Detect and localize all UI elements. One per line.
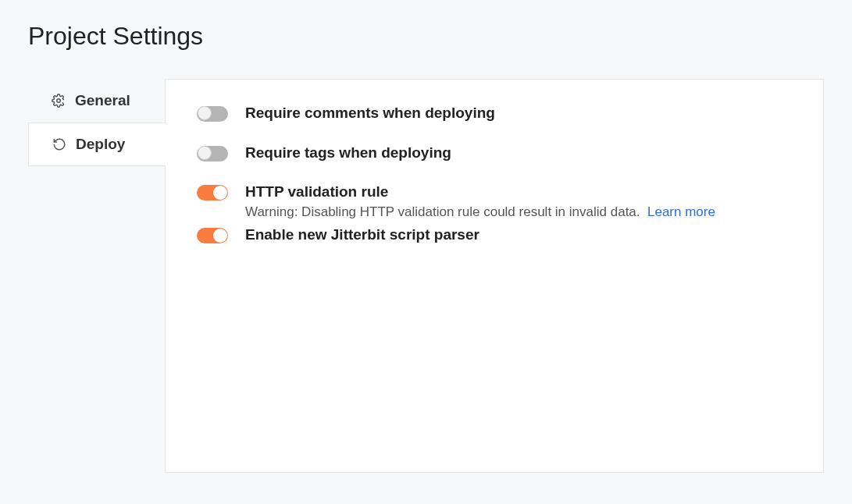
setting-text: Require tags when deploying [245,143,792,164]
refresh-icon [52,137,66,151]
learn-more-link[interactable]: Learn more [647,204,715,219]
toggle-knob [213,229,227,243]
toggle-knob [213,186,227,200]
toggle-require-tags[interactable] [197,146,228,161]
tab-label: General [75,92,130,109]
setting-label: Enable new Jitterbit script parser [245,225,792,246]
settings-container: General Deploy Require comments when dep… [0,79,852,473]
tab-label: Deploy [76,136,125,153]
svg-point-0 [57,99,61,103]
setting-text: Enable new Jitterbit script parser [245,225,792,246]
deploy-settings-panel: Require comments when deploying Require … [165,79,824,473]
setting-http-validation: HTTP validation rule Warning: Disabling … [197,182,792,220]
setting-text: HTTP validation rule Warning: Disabling … [245,182,792,220]
settings-sidebar: General Deploy [28,79,165,473]
gear-icon [52,94,66,108]
toggle-require-comments[interactable] [197,106,228,122]
toggle-knob [198,146,212,160]
setting-require-comments: Require comments when deploying [197,103,792,124]
page-title: Project Settings [0,0,852,51]
setting-label: Require tags when deploying [245,143,792,164]
setting-text: Require comments when deploying [245,103,792,124]
setting-label: HTTP validation rule [245,182,792,203]
setting-description: Warning: Disabling HTTP validation rule … [245,204,792,220]
tab-general[interactable]: General [28,79,165,122]
tab-deploy[interactable]: Deploy [28,122,166,166]
warning-text: Warning: Disabling HTTP validation rule … [245,204,640,219]
toggle-http-validation[interactable] [197,185,228,201]
toggle-script-parser[interactable] [197,228,228,243]
setting-label: Require comments when deploying [245,103,792,124]
setting-require-tags: Require tags when deploying [197,143,792,164]
toggle-knob [198,106,212,120]
setting-script-parser: Enable new Jitterbit script parser [197,225,792,246]
